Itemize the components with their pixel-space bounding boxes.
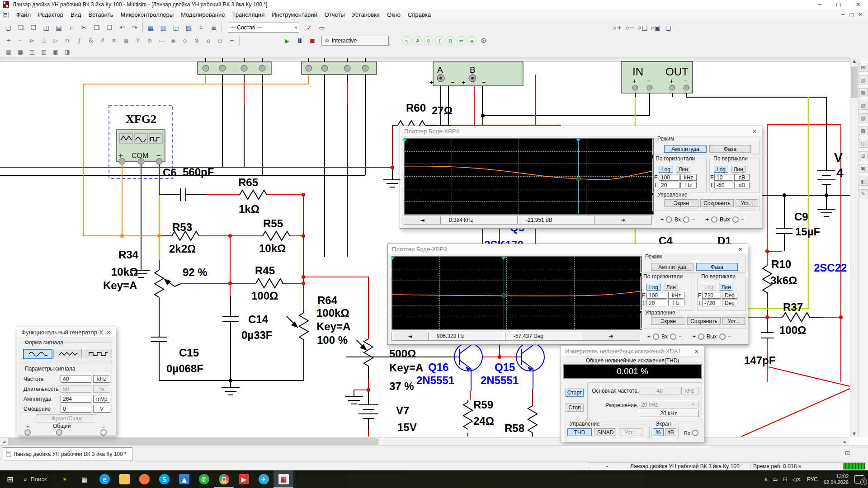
- place-source-button[interactable]: ÷: [3, 36, 14, 46]
- print-button[interactable]: ▤: [53, 22, 65, 33]
- place-ni-button[interactable]: ◇: [179, 36, 190, 46]
- menu-отчеты[interactable]: Отчеты: [321, 10, 349, 19]
- xbp4-settings-button[interactable]: Уст...: [736, 199, 758, 207]
- menu-вид[interactable]: Вид: [67, 10, 85, 19]
- database-manager-button[interactable]: ◫: [170, 22, 182, 33]
- taskbar-task-view[interactable]: ▦: [75, 470, 94, 488]
- menu-справка[interactable]: Справка: [404, 10, 434, 19]
- xbp4-horiz-final[interactable]: 100: [659, 174, 679, 181]
- redo-button[interactable]: ↷: [129, 22, 141, 33]
- taskbar-photos-app[interactable]: ▲: [174, 470, 194, 488]
- new-file-button[interactable]: ▢: [2, 22, 14, 33]
- settings-gear-icon[interactable]: ⚙: [478, 35, 490, 46]
- xbp3-horiz-initial[interactable]: 20: [646, 300, 667, 306]
- funcgen-frequency-field[interactable]: 40: [61, 375, 91, 383]
- xbp3-horiz-log-button[interactable]: Log: [646, 284, 661, 291]
- place-indicator-button[interactable]: ≋: [109, 36, 120, 46]
- zoom-in-button[interactable]: ⌕+: [612, 22, 623, 33]
- taskbar-yandex-browser[interactable]: ✶: [55, 470, 75, 488]
- mdi-restore-button[interactable]: ▢: [849, 12, 854, 18]
- analysis-list-button[interactable]: ≣: [467, 36, 476, 45]
- print-preview-button[interactable]: ⌕: [66, 22, 77, 33]
- thd-freq-field[interactable]: 40: [639, 387, 680, 394]
- cut-button[interactable]: ✂: [78, 22, 90, 33]
- paste-button[interactable]: ❒: [104, 22, 115, 33]
- xbp3-cursor-left-button[interactable]: ◄: [392, 332, 429, 341]
- thd-in-terminal[interactable]: [692, 430, 698, 436]
- xbp3-vert-initial[interactable]: -720: [702, 300, 721, 306]
- xbp4-screen-button[interactable]: Экран: [664, 199, 698, 207]
- xbp4-horiz-log-button[interactable]: Log: [659, 166, 673, 173]
- taskbar-skype[interactable]: S: [154, 470, 174, 488]
- menu-трансляция[interactable]: Трансляция: [228, 10, 268, 19]
- thd-mode-button[interactable]: THD: [567, 428, 592, 436]
- undo-button[interactable]: ↶: [116, 22, 128, 33]
- place-electromech-button[interactable]: ≣: [168, 36, 179, 46]
- bode-plotter-xbp4-window[interactable]: Плоттер Боде-XBP4 ✕ ◄ 8.384 kHz -21.951 …: [400, 126, 762, 229]
- simulate-stop-button[interactable]: ■: [307, 35, 318, 46]
- xbp3-close-icon[interactable]: ✕: [737, 246, 744, 253]
- hscroll-thumb[interactable]: [8, 438, 378, 445]
- report-netlist-button[interactable]: ▦: [15, 47, 26, 57]
- menu-файл[interactable]: Файл: [13, 10, 34, 19]
- taskbar-telegram[interactable]: ✈: [254, 470, 274, 488]
- xbp4-save-button[interactable]: Сохранить: [700, 199, 734, 207]
- side-tool-10-button[interactable]: ◧: [859, 177, 868, 186]
- funcgen-minus-terminal[interactable]: [100, 429, 107, 436]
- side-tool-6-button[interactable]: ▩: [859, 126, 868, 135]
- xbp3-in-minus-terminal[interactable]: [670, 333, 676, 340]
- xbp4-phase-button[interactable]: Фаза: [709, 145, 751, 153]
- vscroll-up-arrow[interactable]: ▲: [850, 57, 858, 65]
- capture-area-button[interactable]: ▭: [316, 22, 328, 33]
- taskbar-whatsapp[interactable]: ✆: [194, 470, 214, 488]
- taskbar-app-red[interactable]: ▶: [234, 470, 254, 488]
- place-mcu-button[interactable]: ⌂: [203, 36, 214, 46]
- xbp3-screen-button[interactable]: Экран: [651, 317, 685, 325]
- zoom-area-button[interactable]: ⌕□: [637, 22, 649, 33]
- thd-start-button[interactable]: Старт: [566, 389, 584, 397]
- xbp4-in-minus-terminal[interactable]: [683, 216, 689, 223]
- postprocessor-button[interactable]: ≣: [208, 22, 220, 33]
- minimize-button[interactable]: ─: [810, 1, 829, 8]
- simulate-pause-button[interactable]: Ⅱ: [294, 35, 306, 46]
- canvas-vscrollbar[interactable]: ▲ ▼: [850, 57, 859, 437]
- function-generator-window[interactable]: Функциональный генератор-X... ✕ Форма си…: [17, 327, 116, 436]
- bode-plotter-xbp3-window[interactable]: Плоттер Боде-XBP3 ✕ ◄ 906.328 Hz -57.437…: [387, 244, 748, 345]
- menu-редактор[interactable]: Редактор: [34, 10, 67, 19]
- view-sheet-button[interactable]: ▥: [38, 47, 49, 57]
- side-tool-9-button[interactable]: ▣: [859, 164, 868, 173]
- side-tool-3-button[interactable]: ▦: [859, 88, 868, 97]
- sinad-mode-button[interactable]: SINAD: [594, 428, 616, 436]
- xbp3-amplitude-button[interactable]: Амплитуда: [651, 263, 693, 271]
- menu-окно[interactable]: Окно: [383, 10, 404, 19]
- tray-volume-muted[interactable]: ◁×: [793, 476, 801, 483]
- xbp3-horiz-lin-button[interactable]: Лин: [664, 284, 678, 291]
- spreadsheet-view-button[interactable]: ▥: [157, 22, 169, 33]
- simulate-run-button[interactable]: ▶: [281, 35, 293, 46]
- place-peripherals-button[interactable]: ⊕: [144, 36, 155, 46]
- open-file-button[interactable]: ❏: [15, 22, 27, 33]
- side-tool-4-button[interactable]: ▧: [859, 101, 868, 110]
- place-connector-button[interactable]: ⊚: [191, 36, 202, 46]
- xbp3-vert-lin-button[interactable]: Лин: [719, 284, 733, 291]
- xbp4-left-cursor[interactable]: [402, 139, 407, 142]
- analysis-noise-button[interactable]: Ω: [446, 36, 455, 45]
- xbp4-amplitude-button[interactable]: Амплитуда: [664, 145, 707, 153]
- xbp4-out-minus-terminal[interactable]: [732, 216, 739, 223]
- menu-моделирование[interactable]: Моделирование: [177, 10, 228, 19]
- taskbar-multisim-app[interactable]: ▦: [274, 470, 293, 488]
- funcgen-common-terminal[interactable]: [56, 429, 62, 436]
- zoom-out-button[interactable]: ⌕−: [624, 22, 636, 33]
- xbp3-vert-final[interactable]: 720: [702, 292, 721, 299]
- save-button[interactable]: ◫: [40, 22, 52, 33]
- distortion-analyzer-window[interactable]: Измеритель нелинейных искажений-XDA1 ✕ О…: [561, 346, 704, 442]
- grapher-button[interactable]: ⌗: [195, 22, 207, 33]
- funcgen-amplitude-field[interactable]: 264: [61, 395, 91, 403]
- xbp3-in-plus-terminal[interactable]: [653, 333, 659, 340]
- document-tab[interactable]: Ланзар двойка УН рабочий ВК 3 йка Ку 100…: [3, 447, 132, 460]
- tray-expand[interactable]: ∧: [764, 476, 768, 483]
- maximize-button[interactable]: ▢: [829, 1, 848, 8]
- erc-check-button[interactable]: ✓: [303, 22, 315, 33]
- mdi-minimize-button[interactable]: ─: [842, 12, 845, 18]
- side-tool-1-button[interactable]: ▤: [859, 63, 868, 72]
